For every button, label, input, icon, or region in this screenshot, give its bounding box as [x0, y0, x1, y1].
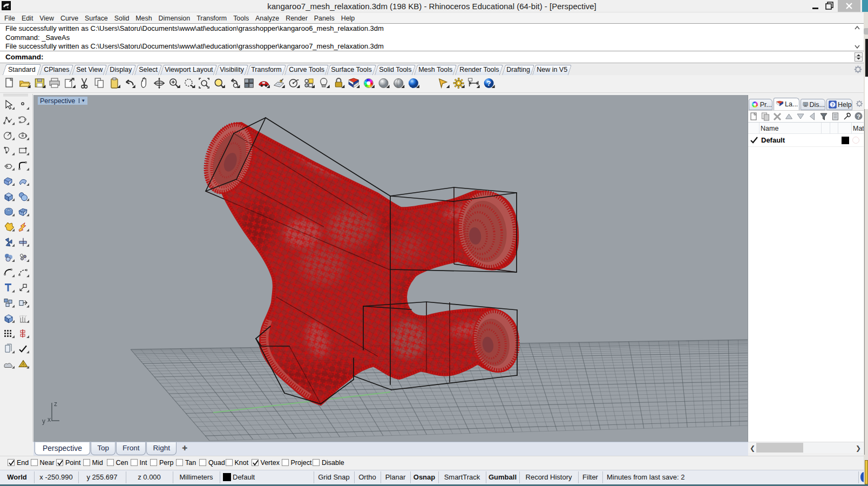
- svg-text:z: z: [54, 400, 57, 408]
- svg-text:?: ?: [857, 113, 860, 120]
- svg-text:?: ?: [831, 103, 833, 107]
- svg-text:?: ?: [487, 79, 491, 87]
- svg-text:y: y: [42, 417, 45, 425]
- svg-text:x: x: [48, 416, 51, 423]
